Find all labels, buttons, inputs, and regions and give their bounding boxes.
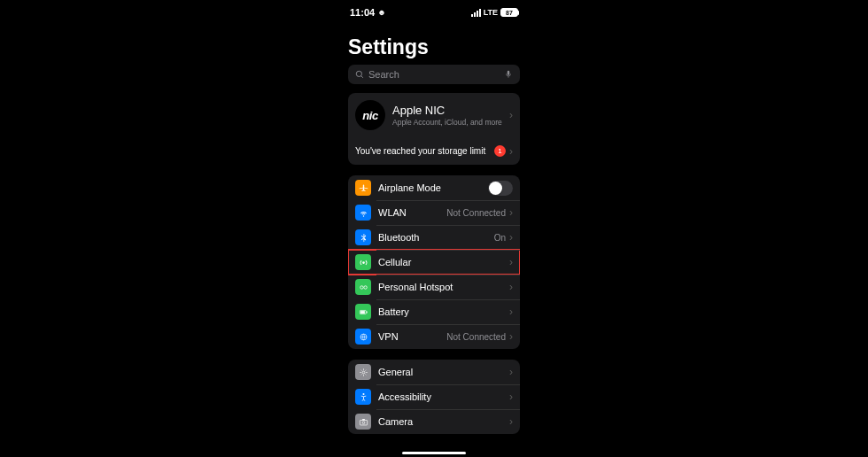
vpn-icon [355,329,371,345]
accessibility-label: Accessibility [378,391,509,402]
accessibility-row[interactable]: Accessibility › [348,384,520,409]
storage-warning-row[interactable]: You've reached your storage limit 1 › [348,137,520,165]
vpn-label: VPN [378,331,446,342]
chevron-icon: › [509,416,513,427]
chevron-icon: › [509,232,513,243]
network-label: LTE [484,8,498,17]
status-time: 11:04 [350,7,375,18]
svg-point-4 [360,285,362,288]
page-header: Settings [337,23,531,65]
mic-icon[interactable] [504,70,513,79]
svg-rect-7 [366,311,367,313]
search-placeholder: Search [368,69,504,80]
svg-point-0 [356,71,361,76]
profile-name: Apple NIC [392,104,509,117]
chevron-icon: › [509,306,513,317]
cellular-row[interactable]: Cellular › [348,250,520,275]
chevron-icon: › [509,391,513,402]
battery-label: Battery [378,306,509,317]
storage-message: You've reached your storage limit [355,146,494,156]
svg-rect-12 [360,420,367,425]
hotspot-label: Personal Hotspot [378,282,509,292]
camera-row[interactable]: Camera › [348,409,520,434]
wlan-value: Not Connected [446,208,506,218]
airplane-mode-row[interactable]: Airplane Mode [348,175,520,200]
hotspot-icon [355,279,371,295]
system-group: General › Accessibility › Camera › [348,360,520,434]
bluetooth-icon [355,229,371,245]
vpn-value: Not Connected [446,332,506,342]
status-emoji: ☻ [377,8,385,17]
profile-subtitle: Apple Account, iCloud, and more [392,118,509,127]
cellular-icon [355,254,371,270]
airplane-label: Airplane Mode [378,182,488,193]
status-bar: 11:04 ☻ LTE 87 [337,0,531,23]
signal-icon [471,9,481,17]
phone-screen: 11:04 ☻ LTE 87 Settings Search nic Apple… [337,0,531,457]
chevron-icon: › [509,282,513,292]
wlan-label: WLAN [378,207,446,218]
accessibility-icon [355,389,371,405]
bluetooth-label: Bluetooth [378,232,494,243]
hotspot-row[interactable]: Personal Hotspot › [348,275,520,299]
profile-card: nic Apple NIC Apple Account, iCloud, and… [348,93,520,165]
chevron-icon: › [509,207,513,218]
svg-point-10 [362,371,365,374]
avatar: nic [355,100,385,130]
airplane-toggle[interactable] [488,181,513,196]
airplane-icon [355,180,371,196]
svg-rect-2 [508,71,510,75]
chevron-icon: › [509,367,513,377]
gear-icon [355,364,371,380]
chevron-icon: › [509,331,513,342]
search-input[interactable]: Search [348,65,520,84]
camera-label: Camera [378,416,509,427]
profile-row[interactable]: nic Apple NIC Apple Account, iCloud, and… [348,93,520,137]
bluetooth-row[interactable]: Bluetooth On › [348,225,520,250]
bluetooth-value: On [494,233,506,243]
vpn-row[interactable]: VPN Not Connected › [348,324,520,349]
battery-icon [355,304,371,320]
svg-point-5 [363,285,366,288]
svg-point-11 [362,393,364,395]
connectivity-group: Airplane Mode WLAN Not Connected › Bluet… [348,175,520,349]
svg-rect-8 [360,311,365,314]
wlan-row[interactable]: WLAN Not Connected › [348,200,520,225]
wifi-icon [355,205,371,221]
search-icon [355,70,364,79]
battery-icon: 87 [500,8,518,17]
chevron-icon: › [509,110,513,120]
svg-line-1 [361,76,363,78]
page-title: Settings [348,35,520,59]
general-row[interactable]: General › [348,360,520,384]
general-label: General [378,367,509,377]
svg-point-13 [362,421,365,423]
cellular-label: Cellular [378,257,509,267]
camera-icon [355,414,371,430]
svg-rect-14 [362,419,365,420]
storage-badge: 1 [494,145,506,157]
home-indicator[interactable] [402,452,466,454]
chevron-icon: › [509,257,513,267]
chevron-icon: › [509,146,513,157]
battery-row[interactable]: Battery › [348,299,520,324]
